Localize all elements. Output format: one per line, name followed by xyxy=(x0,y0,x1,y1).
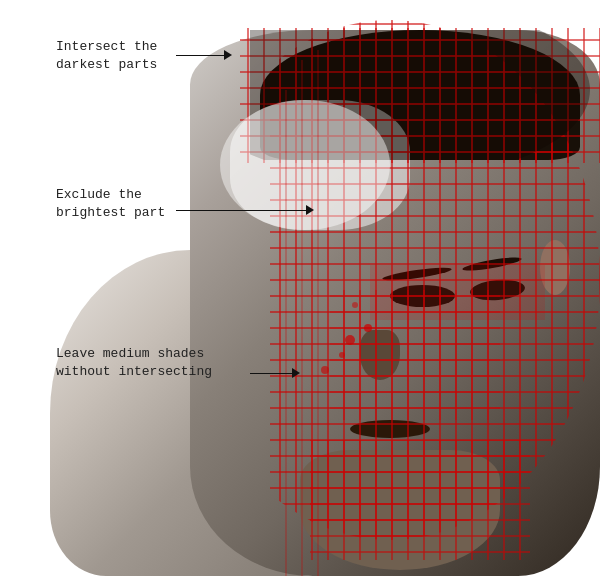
label-intersect-darkest: Intersect the darkest parts xyxy=(56,38,157,74)
arrow-head-2 xyxy=(306,205,314,215)
label-exclude-brightest: Exclude the brightest part xyxy=(56,186,165,222)
eye-left xyxy=(390,285,455,307)
arrow-line-1 xyxy=(176,55,224,56)
nose xyxy=(360,330,400,380)
ear xyxy=(540,240,570,295)
arrow-head-1 xyxy=(224,50,232,60)
arrow-darkest xyxy=(176,50,232,60)
label-leave-medium: Leave medium shades without intersecting xyxy=(56,345,212,381)
jaw xyxy=(300,450,500,570)
arrow-medium xyxy=(250,368,300,378)
arrow-line-2 xyxy=(176,210,306,211)
mouth xyxy=(350,420,430,438)
main-container: Intersect the darkest parts Exclude the … xyxy=(0,0,600,576)
arrow-line-3 xyxy=(250,373,292,374)
arrow-brightest xyxy=(176,205,314,215)
arrow-head-3 xyxy=(292,368,300,378)
